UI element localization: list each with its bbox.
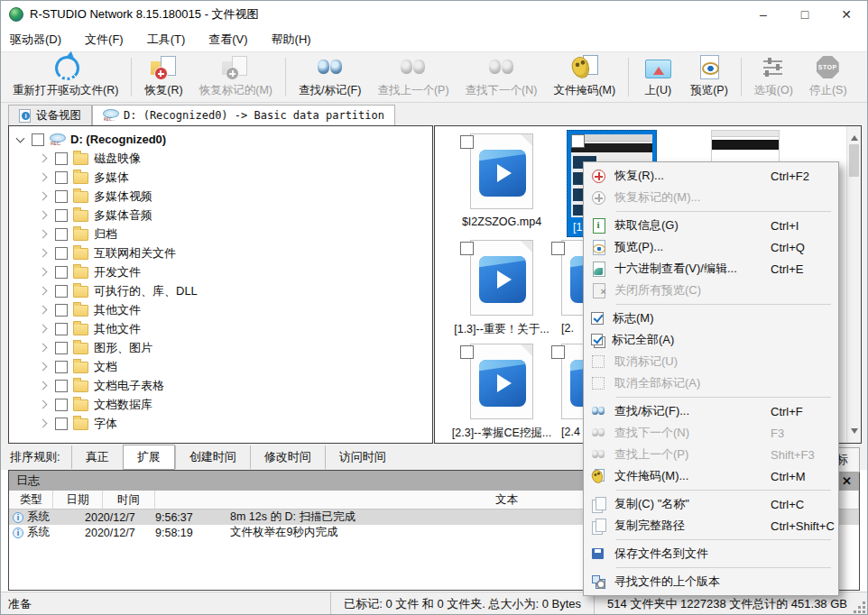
tree-item-internet-files[interactable]: 互联网相关文件 <box>9 243 432 262</box>
tree-checkbox[interactable] <box>55 266 68 279</box>
tree-item-multimedia-audio[interactable]: 多媒体音频 <box>9 206 432 225</box>
sort-tab-extension[interactable]: 扩展 <box>123 445 175 470</box>
file-checkbox[interactable] <box>460 242 474 255</box>
tree-item-multimedia[interactable]: 多媒体 <box>9 168 432 187</box>
chevron-right-icon[interactable] <box>38 380 50 391</box>
menu-item-copy-name[interactable]: 复制(C) "名称" Ctrl+C <box>584 493 838 515</box>
file-checkbox[interactable] <box>551 345 565 359</box>
file-checkbox[interactable] <box>571 134 585 148</box>
tree-checkbox[interactable] <box>55 209 68 222</box>
chevron-right-icon[interactable] <box>38 285 50 297</box>
menu-item-file-mask[interactable]: 文件掩码(M)... Ctrl+M <box>584 465 838 487</box>
menu-item-preview[interactable]: 预览(P)... Ctrl+Q <box>584 236 838 258</box>
tab-partition[interactable]: D: (Recognized0) -> Basic data partition <box>92 105 395 125</box>
file-tile-mp4[interactable]: $I2ZSZOG.mp4 <box>444 133 559 228</box>
chevron-right-icon[interactable] <box>38 399 50 410</box>
tree-item-spreadsheets[interactable]: 文档电子表格 <box>9 376 432 395</box>
tree-checkbox[interactable] <box>55 171 68 184</box>
tree-item-development[interactable]: 开发文件 <box>9 262 432 281</box>
menu-item-copy-full-path[interactable]: 复制完整路径 Ctrl+Shift+C <box>584 515 838 537</box>
sort-tab-real[interactable]: 真正 <box>71 445 123 469</box>
chevron-right-icon[interactable] <box>38 247 50 259</box>
tree-item-other-files-2[interactable]: 其他文件 <box>9 319 432 338</box>
menu-item-find-previous-versions[interactable]: 寻找文件的上个版本 <box>584 571 838 592</box>
menu-item-get-info[interactable]: 获取信息(G) Ctrl+I <box>584 215 838 236</box>
menu-item-mark[interactable]: 标志(M) <box>584 308 838 329</box>
file-name: $I2ZSZOG.mp4 <box>462 216 541 228</box>
tree-checkbox[interactable] <box>32 133 44 146</box>
log-close-icon[interactable]: ✕ <box>842 474 852 488</box>
toolbar-recover[interactable]: 恢复(R) <box>136 55 190 99</box>
file-tile-video[interactable]: [2.3]--掌握CE挖掘... <box>444 344 559 441</box>
tree-item-databases[interactable]: 文档数据库 <box>9 395 432 414</box>
file-name: [2. <box>561 322 574 335</box>
tree-item-documents[interactable]: 文档 <box>9 357 432 376</box>
tree-checkbox[interactable] <box>55 323 68 335</box>
tree-checkbox[interactable] <box>55 247 68 260</box>
maximize-button[interactable]: □ <box>784 1 826 28</box>
sort-tab-accessed[interactable]: 访问时间 <box>325 445 400 469</box>
chevron-right-icon[interactable] <box>38 209 50 221</box>
log-col-time[interactable]: 时间 <box>103 491 155 509</box>
chevron-right-icon[interactable] <box>38 304 50 316</box>
toolbar-find-mark[interactable]: 查找/标记(F) <box>291 55 369 99</box>
vertical-scrollbar[interactable] <box>846 126 861 443</box>
file-tile-video[interactable]: [1.3]--重要！关于... <box>444 240 559 337</box>
tab-device-view[interactable]: 设备视图 <box>8 105 92 125</box>
tree-checkbox[interactable] <box>55 228 68 241</box>
toolbar-up[interactable]: 上(U) <box>633 55 682 99</box>
tree-checkbox[interactable] <box>55 285 68 298</box>
menu-drive[interactable]: 驱动器(D) <box>10 32 61 48</box>
tree-item-other-files[interactable]: 其他文件 <box>9 300 432 319</box>
menu-item-hex-view[interactable]: 十六进制查看(V)/编辑... Ctrl+E <box>584 258 838 280</box>
chevron-right-icon[interactable] <box>38 361 50 372</box>
tree-checkbox[interactable] <box>55 399 68 411</box>
file-checkbox[interactable] <box>460 135 474 149</box>
tree-item-disk-images[interactable]: 磁盘映像 <box>9 149 432 168</box>
chevron-right-icon[interactable] <box>38 266 50 278</box>
toolbar-reopen-drive[interactable]: 重新打开驱动文件(R) <box>5 55 126 99</box>
chevron-down-icon[interactable] <box>14 133 26 145</box>
sort-tab-modified[interactable]: 修改时间 <box>250 445 325 469</box>
tree-checkbox[interactable] <box>55 152 68 165</box>
chevron-right-icon[interactable] <box>38 152 50 164</box>
menu-item-save-filenames[interactable]: 保存文件名到文件 <box>584 543 838 565</box>
status-marked: 已标记: 0 文件 和 0 文件夹. 总大小为: 0 Bytes <box>330 592 594 615</box>
tree-checkbox[interactable] <box>55 418 68 430</box>
menu-view[interactable]: 查看(V) <box>208 32 247 48</box>
menu-item-mark-all[interactable]: 标记全部(A) <box>584 329 838 351</box>
tree-item-multimedia-video[interactable]: 多媒体视频 <box>9 187 432 206</box>
menu-tools[interactable]: 工具(T) <box>147 32 186 48</box>
menu-file[interactable]: 文件(F) <box>85 32 124 48</box>
file-checkbox[interactable] <box>551 242 565 255</box>
tree-item-executables-dll[interactable]: 可执行的、库、DLL <box>9 281 432 300</box>
tree-checkbox[interactable] <box>55 380 68 392</box>
sort-tab-created[interactable]: 创建时间 <box>175 445 250 469</box>
menu-help[interactable]: 帮助(H) <box>272 32 311 48</box>
tree-item-fonts[interactable]: 字体 <box>9 414 432 433</box>
tree-item-graphics-pictures[interactable]: 图形、图片 <box>9 338 432 357</box>
toolbar-preview[interactable]: 预览(P) <box>682 55 736 99</box>
log-col-date[interactable]: 日期 <box>53 491 103 509</box>
scrollbar-thumb[interactable] <box>849 144 859 177</box>
menu-item-find-mark[interactable]: 查找/标记(F)... Ctrl+F <box>584 400 838 422</box>
close-button[interactable]: ✕ <box>826 1 867 28</box>
resize-grip[interactable] <box>863 610 865 613</box>
file-checkbox[interactable] <box>460 345 474 359</box>
tree-checkbox[interactable] <box>55 190 68 203</box>
chevron-right-icon[interactable] <box>38 228 50 240</box>
chevron-right-icon[interactable] <box>38 190 50 202</box>
chevron-right-icon[interactable] <box>38 171 50 183</box>
chevron-right-icon[interactable] <box>38 323 50 335</box>
tree-root-drive[interactable]: D: (Recognized0) <box>9 130 432 149</box>
minimize-button[interactable]: – <box>743 1 784 28</box>
toolbar-file-mask[interactable]: 文件掩码(M) <box>545 55 623 99</box>
tree-checkbox[interactable] <box>55 304 68 317</box>
log-col-type[interactable]: 类型 <box>9 491 53 509</box>
tree-checkbox[interactable] <box>55 342 68 354</box>
tree-item-archives[interactable]: 归档 <box>9 225 432 243</box>
chevron-right-icon[interactable] <box>38 418 50 429</box>
tree-checkbox[interactable] <box>55 361 68 373</box>
menu-item-recover[interactable]: 恢复(R)... Ctrl+F2 <box>584 165 838 187</box>
chevron-right-icon[interactable] <box>38 342 50 353</box>
